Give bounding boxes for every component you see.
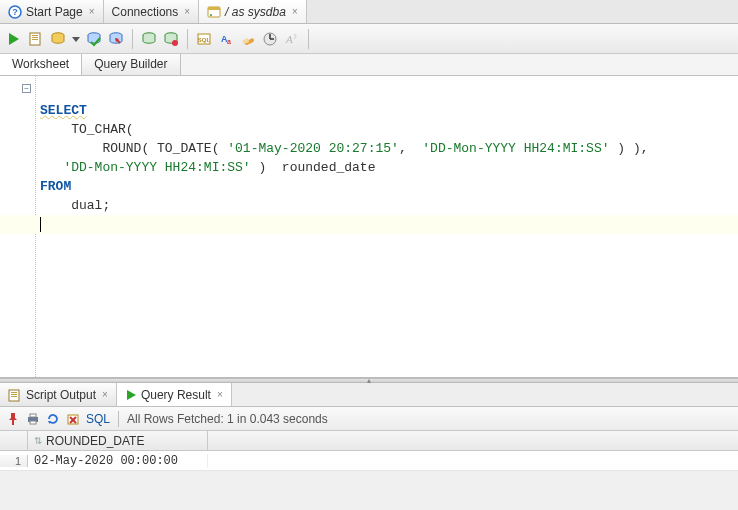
separator (187, 29, 188, 49)
to-upper-lower-button[interactable]: Aa (218, 31, 234, 47)
tab-label: Script Output (26, 388, 96, 402)
close-icon[interactable]: × (292, 6, 298, 17)
separator (118, 411, 119, 427)
delete-button[interactable] (66, 412, 80, 426)
script-output-icon (8, 388, 22, 402)
string-literal: '01-May-2020 20:27:15' (227, 141, 399, 156)
code-text: ROUND( TO_DATE( (40, 141, 227, 156)
sort-icon: ⇅ (34, 435, 42, 446)
sub-tab-worksheet[interactable]: Worksheet (0, 54, 82, 75)
svg-rect-29 (11, 396, 17, 397)
sql-editor[interactable]: − SELECT TO_CHAR( ROUND( TO_DATE( '01-Ma… (0, 76, 738, 378)
keyword: SELECT (40, 103, 87, 118)
tab-as-sysdba[interactable]: / as sysdba × (199, 0, 307, 23)
keyword: FROM (40, 179, 71, 194)
svg-rect-28 (11, 394, 17, 395)
svg-rect-26 (9, 390, 19, 401)
code-text: , (399, 141, 422, 156)
svg-rect-7 (32, 35, 38, 36)
tab-label: Connections (112, 5, 179, 19)
string-literal: 'DD-Mon-YYYY HH24:MI:SS' (40, 160, 251, 175)
worksheet-sub-tabs: Worksheet Query Builder (0, 54, 738, 76)
sql-worksheet-icon (207, 5, 221, 19)
code-text: ) rounded_date (251, 160, 376, 175)
clear-button[interactable] (240, 31, 256, 47)
explain-plan-button[interactable] (50, 31, 66, 47)
tab-label: / as sysdba (225, 5, 286, 19)
svg-marker-30 (127, 390, 136, 400)
tab-label: Query Result (141, 388, 211, 402)
refresh-button[interactable] (46, 412, 60, 426)
svg-point-4 (210, 14, 212, 16)
table-row[interactable]: 1 02-May-2020 00:00:00 (0, 451, 738, 471)
string-literal: 'DD-Mon-YYYY HH24:MI:SS' (422, 141, 609, 156)
rownum-header (0, 431, 28, 450)
tab-connections[interactable]: Connections × (104, 0, 200, 23)
cell-value[interactable]: 02-May-2020 00:00:00 (28, 454, 208, 468)
svg-rect-27 (11, 392, 17, 393)
help-icon: ? (8, 5, 22, 19)
separator (132, 29, 133, 49)
code-area[interactable]: SELECT TO_CHAR( ROUND( TO_DATE( '01-May-… (40, 82, 734, 234)
close-icon[interactable]: × (102, 389, 108, 400)
svg-text:a: a (227, 38, 231, 45)
close-icon[interactable]: × (217, 389, 223, 400)
code-text: TO_CHAR( (40, 122, 134, 137)
dropdown-icon[interactable] (72, 31, 80, 47)
tab-script-output[interactable]: Script Output × (0, 383, 117, 406)
svg-rect-31 (12, 420, 14, 425)
svg-rect-8 (32, 37, 38, 38)
svg-text:SQL: SQL (198, 37, 211, 43)
svg-text:?: ? (12, 7, 18, 17)
sql-history-button[interactable]: SQL (196, 31, 212, 47)
row-number: 1 (0, 455, 28, 467)
result-tab-bar: Script Output × Query Result × (0, 383, 738, 407)
result-grid: ⇅ ROUNDED_DATE 1 02-May-2020 00:00:00 (0, 431, 738, 471)
unshared-worksheet-button[interactable] (141, 31, 157, 47)
code-text: ) ), (610, 141, 649, 156)
result-toolbar: SQL All Rows Fetched: 1 in 0.043 seconds (0, 407, 738, 431)
sql-link[interactable]: SQL (86, 412, 110, 426)
commit-button[interactable] (86, 31, 102, 47)
status-text: All Rows Fetched: 1 in 0.043 seconds (127, 412, 328, 426)
svg-rect-9 (32, 39, 38, 40)
svg-marker-5 (9, 33, 19, 45)
sql-tuning-button[interactable] (262, 31, 278, 47)
editor-toolbar: SQL Aa A (0, 24, 738, 54)
grid-header-row: ⇅ ROUNDED_DATE (0, 431, 738, 451)
close-icon[interactable]: × (184, 6, 190, 17)
column-header[interactable]: ⇅ ROUNDED_DATE (28, 431, 208, 450)
svg-rect-3 (208, 7, 220, 10)
column-label: ROUNDED_DATE (46, 434, 144, 448)
svg-text:A: A (285, 33, 293, 45)
sub-tab-query-builder[interactable]: Query Builder (82, 54, 180, 75)
pin-button[interactable] (6, 412, 20, 426)
close-icon[interactable]: × (89, 6, 95, 17)
fold-toggle-icon[interactable]: − (22, 84, 31, 93)
format-button[interactable]: A (284, 31, 300, 47)
svg-rect-33 (30, 414, 36, 417)
run-script-button[interactable] (28, 31, 44, 47)
print-button[interactable] (26, 412, 40, 426)
play-icon (125, 389, 137, 401)
run-button[interactable] (6, 31, 22, 47)
tab-start-page[interactable]: ? Start Page × (0, 0, 104, 23)
tab-query-result[interactable]: Query Result × (117, 383, 232, 406)
tab-label: Start Page (26, 5, 83, 19)
code-text: dual; (40, 198, 110, 213)
svg-marker-11 (72, 37, 80, 42)
unshared-worksheet-button-2[interactable] (163, 31, 179, 47)
svg-point-17 (172, 40, 178, 46)
rollback-button[interactable] (108, 31, 124, 47)
svg-rect-34 (30, 421, 36, 424)
top-tab-bar: ? Start Page × Connections × / as sysdba… (0, 0, 738, 24)
separator (308, 29, 309, 49)
text-caret (40, 217, 41, 232)
